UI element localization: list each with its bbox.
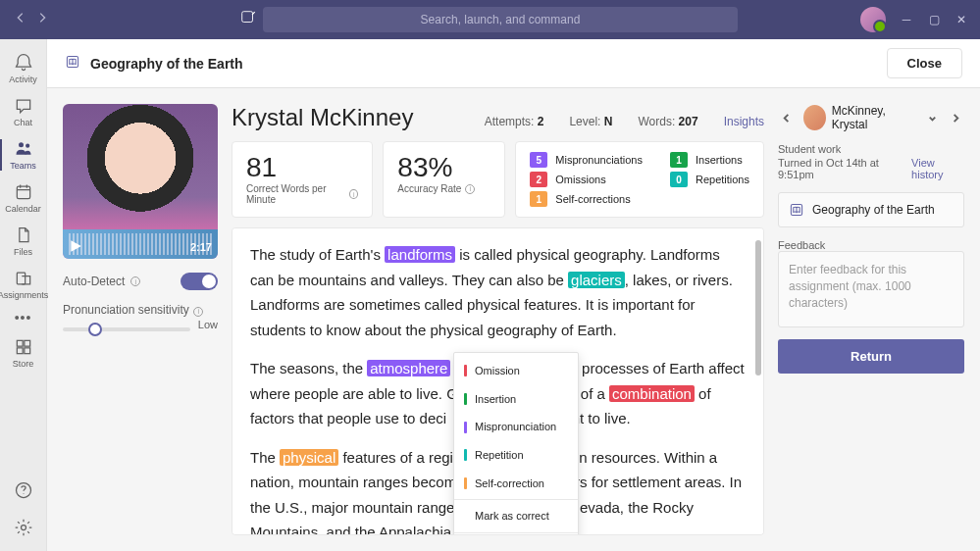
sensitivity-slider[interactable] <box>63 327 190 331</box>
close-button[interactable]: Close <box>887 48 962 78</box>
legend-insertions: 1Insertions <box>670 152 749 168</box>
play-icon[interactable] <box>69 239 82 253</box>
feedback-textarea[interactable]: Enter feedback for this assignment (max.… <box>778 251 964 327</box>
word-combination[interactable]: combination <box>609 385 695 402</box>
word-atmosphere[interactable]: atmosphere <box>367 360 450 376</box>
search-input[interactable] <box>273 13 728 26</box>
auto-detect-label: Auto-Detect <box>63 275 125 288</box>
info-icon[interactable]: i <box>349 189 358 199</box>
ctx-mispronunciation[interactable]: Mispronunciation <box>454 413 578 441</box>
settings-icon[interactable] <box>14 518 33 541</box>
student-nav: McKinney, Krystal <box>778 104 964 131</box>
work-item[interactable]: Geography of the Earth <box>778 192 964 227</box>
scrollbar[interactable] <box>755 240 761 523</box>
ctx-mark-correct[interactable]: Mark as correct <box>454 502 578 530</box>
svg-point-1 <box>19 142 24 147</box>
feedback-placeholder: Enter feedback for this assignment (max.… <box>789 262 954 311</box>
turned-in-text: Turned in Oct 14th at 9:51pm <box>778 157 905 180</box>
info-icon[interactable]: i <box>193 307 203 317</box>
minimize-button[interactable]: ─ <box>900 13 913 26</box>
ctx-insertion[interactable]: Insertion <box>454 385 578 414</box>
student-avatar <box>803 105 826 130</box>
svg-rect-5 <box>17 340 23 346</box>
maximize-button[interactable]: ▢ <box>927 13 941 26</box>
accuracy-label: Accuracy Rate <box>397 183 461 194</box>
svg-rect-4 <box>17 273 25 284</box>
wpm-label: Correct Words per Minute <box>246 183 345 205</box>
meta-words: Words: 207 <box>638 115 697 128</box>
word-landforms[interactable]: landforms <box>385 246 455 263</box>
slider-thumb[interactable] <box>88 323 102 336</box>
svg-rect-7 <box>17 348 23 354</box>
user-avatar[interactable] <box>860 7 886 32</box>
meta-attempts: Attempts: 2 <box>485 115 544 128</box>
ctx-self-correction[interactable]: Self-correction <box>454 470 578 498</box>
student-name: Krystal McKinney <box>232 104 413 131</box>
rail-chat[interactable]: Chat <box>0 90 47 133</box>
svg-rect-0 <box>242 12 253 23</box>
insights-link[interactable]: Insights <box>724 115 764 128</box>
video-player[interactable]: 2:17 <box>63 104 218 259</box>
svg-rect-6 <box>24 340 29 346</box>
video-duration: 2:17 <box>190 241 212 253</box>
pronunciation-sensitivity-label: Pronunciation sensitivity <box>63 303 189 317</box>
rail-activity[interactable]: Activity <box>0 47 47 90</box>
info-icon[interactable]: i <box>130 276 140 286</box>
rail-assignments[interactable]: Assignments <box>0 263 47 306</box>
rail-store[interactable]: Store <box>0 331 47 375</box>
page-header: Geography of the Earth Close <box>47 39 980 88</box>
work-item-title: Geography of the Earth <box>812 203 935 217</box>
app-rail: Activity Chat Teams Calendar Files Assig… <box>0 39 47 551</box>
return-button[interactable]: Return <box>778 339 964 374</box>
student-nav-name: McKinney, Krystal <box>832 104 914 131</box>
next-student-button[interactable] <box>947 108 964 127</box>
rail-more[interactable]: ••• <box>15 306 32 326</box>
compose-icon[interactable] <box>239 9 257 30</box>
stat-accuracy: 83% Accuracy Ratei <box>383 141 505 218</box>
svg-point-2 <box>26 144 29 148</box>
accuracy-value: 83% <box>397 152 490 183</box>
legend-self-corrections: 1Self-corrections <box>530 191 643 207</box>
titlebar: ─ ▢ ✕ <box>0 0 980 39</box>
svg-point-10 <box>21 526 26 530</box>
legend-omissions: 2Omissions <box>530 172 643 187</box>
back-button[interactable] <box>14 11 27 28</box>
rail-calendar[interactable]: Calendar <box>0 176 47 220</box>
ctx-omission[interactable]: Omission <box>454 357 578 385</box>
stat-wpm: 81 Correct Words per Minutei <box>232 141 373 218</box>
view-history-link[interactable]: View history <box>911 157 964 180</box>
legend-repetitions: 0Repetitions <box>670 172 749 187</box>
student-work-label: Student work <box>778 143 964 155</box>
help-icon[interactable] <box>14 480 33 504</box>
svg-rect-8 <box>24 348 29 354</box>
info-icon[interactable]: i <box>465 184 475 194</box>
slider-low-label: Low <box>198 319 218 330</box>
word-physical[interactable]: physical <box>280 449 338 466</box>
rail-files[interactable]: Files <box>0 220 47 263</box>
student-dropdown[interactable] <box>924 108 942 127</box>
ctx-repetition[interactable]: Repetition <box>454 441 578 470</box>
passage-text: The study of Earth's landforms is called… <box>232 227 764 535</box>
feedback-label: Feedback <box>778 239 964 251</box>
search-box[interactable] <box>263 7 738 32</box>
error-legend: 5Mispronunciations 1Insertions 2Omission… <box>515 141 764 218</box>
reading-icon <box>65 54 80 74</box>
auto-detect-toggle[interactable] <box>181 273 218 290</box>
context-menu: Omission Insertion Mispronunciation Repe… <box>453 352 579 535</box>
legend-mispronunciations: 5Mispronunciations <box>530 152 643 168</box>
svg-rect-3 <box>17 186 29 199</box>
meta-level: Level: N <box>569 115 612 128</box>
word-glaciers[interactable]: glaciers <box>568 272 625 288</box>
close-window-button[interactable]: ✕ <box>954 13 968 26</box>
rail-teams[interactable]: Teams <box>0 133 47 176</box>
wpm-value: 81 <box>246 152 358 183</box>
page-title: Geography of the Earth <box>90 56 243 72</box>
prev-student-button[interactable] <box>778 108 796 127</box>
forward-button[interactable] <box>35 11 49 28</box>
